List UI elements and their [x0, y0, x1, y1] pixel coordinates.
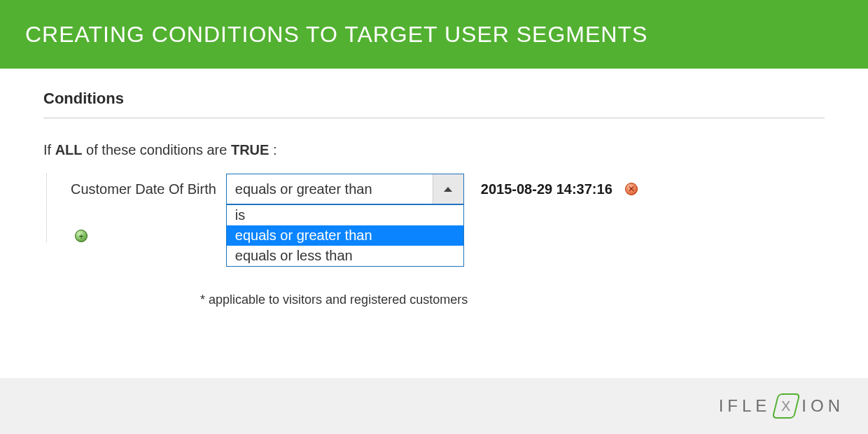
operator-dropdown: is equals or greater than equals or less… [226, 204, 464, 267]
content-area: Conditions If ALL of these conditions ar… [0, 69, 868, 307]
logo-mid: X [782, 398, 791, 414]
add-condition-icon[interactable]: + [75, 230, 88, 242]
condition-attribute[interactable]: Customer Date Of Birth [71, 181, 216, 197]
conditions-intro: If ALL of these conditions are TRUE : [43, 142, 825, 158]
page-header: CREATING CONDITIONS TO TARGET USER SEGME… [0, 0, 868, 69]
conditions-tree: Customer Date Of Birth equals or greater… [46, 174, 825, 242]
footer-bar: IFLE X ION [0, 378, 868, 434]
intro-qualifier[interactable]: ALL [55, 142, 83, 158]
section-title: Conditions [43, 90, 825, 118]
intro-state[interactable]: TRUE [231, 142, 269, 158]
operator-select[interactable]: equals or greater than is equals or grea… [226, 174, 464, 204]
logo-box-icon: X [772, 393, 801, 419]
brand-logo: IFLE X ION [719, 393, 844, 419]
intro-suffix: : [269, 142, 276, 158]
condition-value[interactable]: 2015-08-29 14:37:16 [481, 181, 612, 197]
chevron-up-icon [444, 187, 452, 192]
operator-option[interactable]: equals or greater than [227, 225, 463, 246]
remove-condition-icon[interactable]: ✕ [625, 183, 638, 195]
logo-text-right: ION [802, 396, 844, 416]
operator-option[interactable]: equals or less than [227, 246, 463, 266]
footnote: * applicable to visitors and registered … [200, 293, 825, 307]
operator-option[interactable]: is [227, 205, 463, 225]
operator-selected-value: equals or greater than [227, 174, 433, 204]
intro-prefix: If [43, 142, 55, 158]
condition-row: Customer Date Of Birth equals or greater… [71, 174, 825, 204]
header-title: CREATING CONDITIONS TO TARGET USER SEGME… [25, 22, 648, 48]
intro-middle: of these conditions are [83, 142, 231, 158]
logo-text-left: IFLE [719, 396, 771, 416]
operator-toggle-button[interactable] [433, 174, 463, 204]
